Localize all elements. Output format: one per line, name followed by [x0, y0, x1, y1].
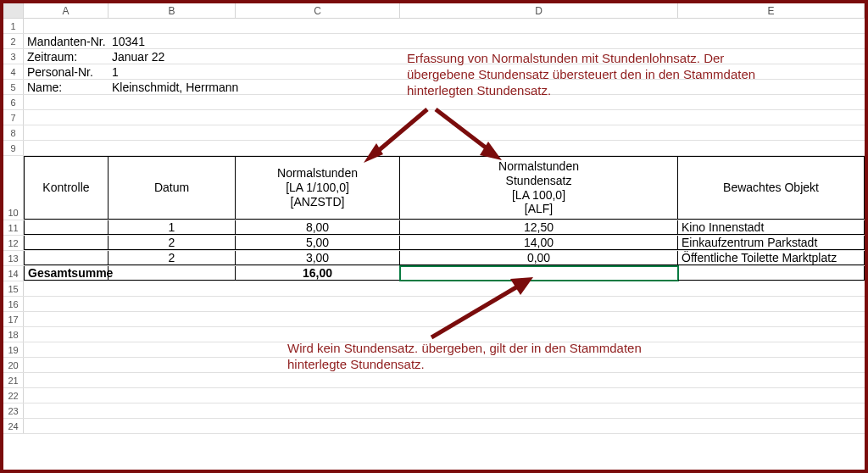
- row-header-5[interactable]: 5: [3, 80, 24, 94]
- row-header-10[interactable]: 10: [3, 156, 24, 220]
- row-header-20[interactable]: 20: [3, 358, 24, 372]
- col-header-B[interactable]: B: [108, 3, 236, 18]
- row-header-1[interactable]: 1: [3, 19, 24, 33]
- cell-C5[interactable]: [236, 80, 400, 94]
- cell-C9[interactable]: [236, 141, 400, 155]
- row-header-24[interactable]: 24: [3, 419, 24, 433]
- row-header-2[interactable]: 2: [3, 34, 24, 48]
- cell-C14[interactable]: 16,00: [236, 266, 400, 281]
- cell-E17[interactable]: [678, 312, 865, 326]
- cell-D15[interactable]: [400, 281, 678, 296]
- cell-C8[interactable]: [236, 125, 400, 140]
- cell-B24[interactable]: [108, 419, 236, 433]
- cell-A4[interactable]: Personal-Nr.: [24, 64, 108, 79]
- cell-C22[interactable]: [236, 388, 400, 403]
- cell-E1[interactable]: [678, 19, 865, 33]
- row-header-8[interactable]: 8: [3, 125, 24, 140]
- cell-B17[interactable]: [108, 312, 236, 326]
- cell-B20[interactable]: [108, 358, 236, 372]
- cell-B13[interactable]: 2: [108, 251, 236, 265]
- cell-B15[interactable]: [108, 281, 236, 296]
- cell-B23[interactable]: [108, 403, 236, 418]
- cell-B9[interactable]: [108, 141, 236, 155]
- cell-A6[interactable]: [24, 95, 108, 109]
- cell-D18[interactable]: [400, 327, 678, 342]
- cell-C17[interactable]: [236, 312, 400, 326]
- cell-A15[interactable]: [24, 281, 108, 296]
- th-kontrolle[interactable]: Kontrolle: [24, 156, 108, 220]
- cell-A20[interactable]: [24, 358, 108, 372]
- cell-B1[interactable]: [108, 19, 236, 33]
- cell-D2[interactable]: [400, 34, 678, 48]
- cell-D1[interactable]: [400, 19, 678, 33]
- select-all-corner[interactable]: [3, 3, 24, 18]
- col-header-C[interactable]: C: [236, 3, 400, 18]
- cell-A11[interactable]: [24, 220, 108, 235]
- cell-C2[interactable]: [236, 34, 400, 48]
- cell-B4[interactable]: 1: [108, 64, 236, 79]
- cell-E11[interactable]: Kino Innenstadt: [678, 220, 865, 235]
- cell-C4[interactable]: [236, 64, 400, 79]
- cell-A9[interactable]: [24, 141, 108, 155]
- cell-E13[interactable]: Öffentliche Toilette Marktplatz: [678, 251, 865, 265]
- cell-A17[interactable]: [24, 312, 108, 326]
- cell-E24[interactable]: [678, 419, 865, 433]
- cell-D9[interactable]: [400, 141, 678, 155]
- cell-B12[interactable]: 2: [108, 236, 236, 250]
- row-header-16[interactable]: 16: [3, 297, 24, 311]
- cell-B19[interactable]: [108, 342, 236, 357]
- col-header-E[interactable]: E: [678, 3, 865, 18]
- cell-E20[interactable]: [678, 358, 865, 372]
- cell-A21[interactable]: [24, 373, 108, 387]
- cell-D24[interactable]: [400, 419, 678, 433]
- cell-B7[interactable]: [108, 110, 236, 125]
- cell-E15[interactable]: [678, 281, 865, 296]
- cell-A7[interactable]: [24, 110, 108, 125]
- col-header-A[interactable]: A: [24, 3, 108, 18]
- cell-B3[interactable]: Januar 22: [108, 49, 236, 64]
- cell-E21[interactable]: [678, 373, 865, 387]
- cell-C23[interactable]: [236, 403, 400, 418]
- col-header-D[interactable]: D: [400, 3, 678, 18]
- cell-E23[interactable]: [678, 403, 865, 418]
- cell-A3[interactable]: Zeitraum:: [24, 49, 108, 64]
- cell-C6[interactable]: [236, 95, 400, 109]
- cell-C15[interactable]: [236, 281, 400, 296]
- th-normalstunden[interactable]: Normalstunden [LA 1/100,0] [ANZSTD]: [236, 156, 400, 220]
- cell-C21[interactable]: [236, 373, 400, 387]
- row-header-11[interactable]: 11: [3, 220, 24, 235]
- row-header-13[interactable]: 13: [3, 251, 24, 265]
- row-header-14[interactable]: 14: [3, 266, 24, 281]
- row-header-18[interactable]: 18: [3, 327, 24, 342]
- cell-A13[interactable]: [24, 251, 108, 265]
- cell-C11[interactable]: 8,00: [236, 220, 400, 235]
- cell-E14[interactable]: [678, 266, 865, 281]
- cell-B18[interactable]: [108, 327, 236, 342]
- cell-C3[interactable]: [236, 49, 400, 64]
- cell-E8[interactable]: [678, 125, 865, 140]
- cell-B21[interactable]: [108, 373, 236, 387]
- cell-C24[interactable]: [236, 419, 400, 433]
- cell-D12[interactable]: 14,00: [400, 236, 678, 250]
- cell-D14-selected[interactable]: [400, 266, 678, 281]
- cell-A18[interactable]: [24, 327, 108, 342]
- cell-D11[interactable]: 12,50: [400, 220, 678, 235]
- row-header-15[interactable]: 15: [3, 281, 24, 296]
- th-stundensatz[interactable]: Normalstunden Stundensatz [LA 100,0] [AL…: [400, 156, 678, 220]
- cell-E22[interactable]: [678, 388, 865, 403]
- row-header-4[interactable]: 4: [3, 64, 24, 79]
- cell-A19[interactable]: [24, 342, 108, 357]
- cell-B5[interactable]: Kleinschmidt, Herrmann: [108, 80, 236, 94]
- cell-C13[interactable]: 3,00: [236, 251, 400, 265]
- cell-A23[interactable]: [24, 403, 108, 418]
- cell-A14-gesamtsumme[interactable]: Gesamtsumme: [24, 266, 108, 281]
- cell-A24[interactable]: [24, 419, 108, 433]
- cell-A16[interactable]: [24, 297, 108, 311]
- cell-B14[interactable]: [108, 266, 236, 281]
- cell-A22[interactable]: [24, 388, 108, 403]
- th-datum[interactable]: Datum: [108, 156, 236, 220]
- cell-D13[interactable]: 0,00: [400, 251, 678, 265]
- row-header-12[interactable]: 12: [3, 236, 24, 250]
- cell-D23[interactable]: [400, 403, 678, 418]
- row-header-22[interactable]: 22: [3, 388, 24, 403]
